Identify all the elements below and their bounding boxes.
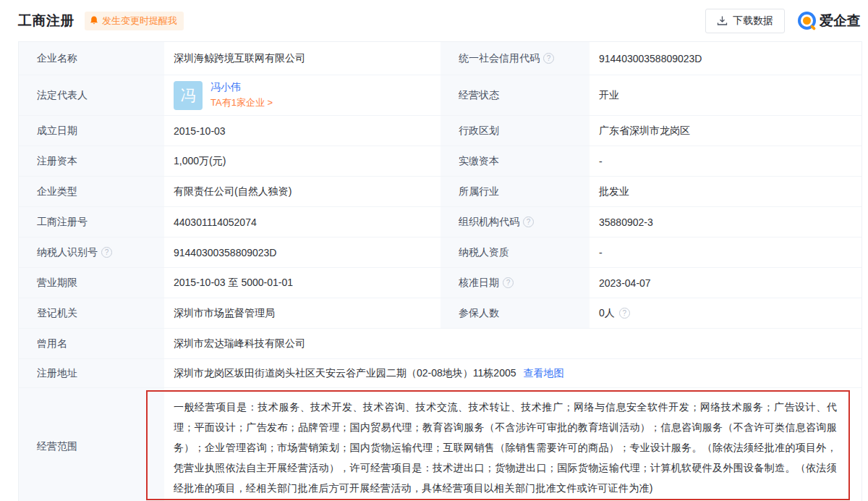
page-title: 工商注册 xyxy=(18,12,75,30)
help-icon[interactable]: ? xyxy=(619,308,630,319)
credit-code-label: 统一社会信用代码 ? xyxy=(441,42,590,75)
change-alert-label: 发生变更时提醒我 xyxy=(102,14,177,28)
download-data-label: 下载数据 xyxy=(733,14,773,28)
paid-capital-label: 实缴资本 xyxy=(441,146,590,176)
reg-authority-value: 深圳市市场监督管理局 xyxy=(164,298,441,328)
insured-count-cell: 0人 ? xyxy=(590,298,861,328)
legal-rep-lines: 冯小伟 TA有1家企业 > xyxy=(210,81,273,109)
help-icon[interactable]: ? xyxy=(101,247,112,258)
table-row: 工商注册号 440301114052074 组织机构代码 ? 35880902-… xyxy=(19,207,861,237)
reg-capital-value: 1,000万(元) xyxy=(164,146,441,176)
download-icon xyxy=(717,15,728,26)
business-term-label: 营业期限 xyxy=(19,268,164,298)
industry-label: 所属行业 xyxy=(441,177,590,206)
table-row: 注册地址 深圳市龙岗区坂田街道岗头社区天安云谷产业园二期（02-08地块）11栋… xyxy=(19,359,861,388)
bell-icon xyxy=(90,16,98,25)
table-row: 成立日期 2015-10-03 行政区划 广东省深圳市龙岗区 xyxy=(19,116,861,146)
reg-number-label: 工商注册号 xyxy=(19,207,164,237)
header-right: 下载数据 爱企查 xyxy=(705,9,861,33)
credit-code-value: 91440300358809023D xyxy=(590,42,861,75)
legal-rep-name-link[interactable]: 冯小伟 xyxy=(210,81,273,94)
table-row: 经营范围 一般经营项目是：技术服务、技术开发、技术咨询、技术交流、技术转让、技术… xyxy=(19,388,861,501)
legal-rep-avatar[interactable]: 冯 xyxy=(174,81,203,110)
company-type-value: 有限责任公司(自然人独资) xyxy=(164,177,441,206)
taxpayer-id-label: 纳税人识别号 ? xyxy=(19,237,164,267)
legal-rep-label: 法定代表人 xyxy=(19,75,164,115)
business-scope-cell: 一般经营项目是：技术服务、技术开发、技术咨询、技术交流、技术转让、技术推广；网络… xyxy=(164,388,861,501)
industry-value: 批发业 xyxy=(590,177,861,206)
help-icon[interactable]: ? xyxy=(543,53,554,64)
approval-date-label: 核准日期 ? xyxy=(441,268,590,298)
company-name-value: 深圳海鲸跨境互联网有限公司 xyxy=(164,42,441,75)
status-value: 开业 xyxy=(590,75,861,115)
section-header: 工商注册 发生变更时提醒我 下载数据 爱企查 xyxy=(0,0,868,41)
table-row: 企业名称 深圳海鲸跨境互联网有限公司 统一社会信用代码 ? 9144030035… xyxy=(19,42,861,75)
table-row: 曾用名 深圳市宏达瑞峰科技有限公司 xyxy=(19,329,861,359)
help-icon[interactable]: ? xyxy=(523,216,534,227)
former-name-label: 曾用名 xyxy=(19,329,164,358)
company-name-label: 企业名称 xyxy=(19,42,164,75)
insured-count-label: 参保人数 xyxy=(441,298,590,328)
insured-count-value: 0人 xyxy=(599,307,615,320)
table-row: 登记机关 深圳市市场监督管理局 参保人数 0人 ? xyxy=(19,298,861,329)
reg-address-value: 深圳市龙岗区坂田街道岗头社区天安云谷产业园二期（02-08地块）11栋2005 xyxy=(174,367,516,380)
change-alert-button[interactable]: 发生变更时提醒我 xyxy=(85,12,184,30)
admin-division-label: 行政区划 xyxy=(441,116,590,146)
reg-address-label: 注册地址 xyxy=(19,359,164,387)
reg-capital-label: 注册资本 xyxy=(19,146,164,176)
company-type-label: 企业类型 xyxy=(19,177,164,206)
org-code-value: 35880902-3 xyxy=(590,207,861,237)
taxpayer-id-value: 91440300358809023D xyxy=(164,237,441,267)
legal-rep-wrap: 冯 冯小伟 TA有1家企业 > xyxy=(174,81,273,110)
legal-rep-cell: 冯 冯小伟 TA有1家企业 > xyxy=(164,75,441,115)
establish-date-value: 2015-10-03 xyxy=(164,116,441,146)
aiqicha-q-icon xyxy=(798,12,816,30)
business-scope-value: 一般经营项目是：技术服务、技术开发、技术咨询、技术交流、技术转让、技术推广；网络… xyxy=(164,388,861,501)
reg-address-cell: 深圳市龙岗区坂田街道岗头社区天安云谷产业园二期（02-08地块）11栋2005 … xyxy=(164,359,861,387)
former-name-value: 深圳市宏达瑞峰科技有限公司 xyxy=(164,329,861,358)
taxpayer-quality-value: - xyxy=(590,237,861,267)
paid-capital-value: - xyxy=(590,146,861,176)
status-label: 经营状态 xyxy=(441,75,590,115)
table-row: 企业类型 有限责任公司(自然人独资) 所属行业 批发业 xyxy=(19,177,861,207)
org-code-label: 组织机构代码 ? xyxy=(441,207,590,237)
reg-number-value: 440301114052074 xyxy=(164,207,441,237)
aiqicha-logo[interactable]: 爱企查 xyxy=(798,12,861,30)
table-row: 营业期限 2015-10-03 至 5000-01-01 核准日期 ? 2023… xyxy=(19,268,861,298)
registration-table: 企业名称 深圳海鲸跨境互联网有限公司 统一社会信用代码 ? 9144030035… xyxy=(18,41,862,501)
business-scope-label: 经营范围 xyxy=(19,388,164,501)
table-row: 法定代表人 冯 冯小伟 TA有1家企业 > 经营状态 开业 xyxy=(19,75,861,116)
table-row: 纳税人识别号 ? 91440300358809023D 纳税人资质 - xyxy=(19,237,861,268)
view-map-link[interactable]: 查看地图 xyxy=(523,367,563,380)
reg-authority-label: 登记机关 xyxy=(19,298,164,328)
approval-date-value: 2023-04-07 xyxy=(590,268,861,298)
admin-division-value: 广东省深圳市龙岗区 xyxy=(590,116,861,146)
establish-date-label: 成立日期 xyxy=(19,116,164,146)
help-icon[interactable]: ? xyxy=(503,277,514,288)
business-term-value: 2015-10-03 至 5000-01-01 xyxy=(164,268,441,298)
legal-rep-companies-link[interactable]: TA有1家企业 > xyxy=(210,96,273,109)
download-data-button[interactable]: 下载数据 xyxy=(705,9,785,33)
taxpayer-quality-label: 纳税人资质 xyxy=(441,237,590,267)
table-row: 注册资本 1,000万(元) 实缴资本 - xyxy=(19,146,861,177)
aiqicha-brand-name: 爱企查 xyxy=(820,12,861,30)
